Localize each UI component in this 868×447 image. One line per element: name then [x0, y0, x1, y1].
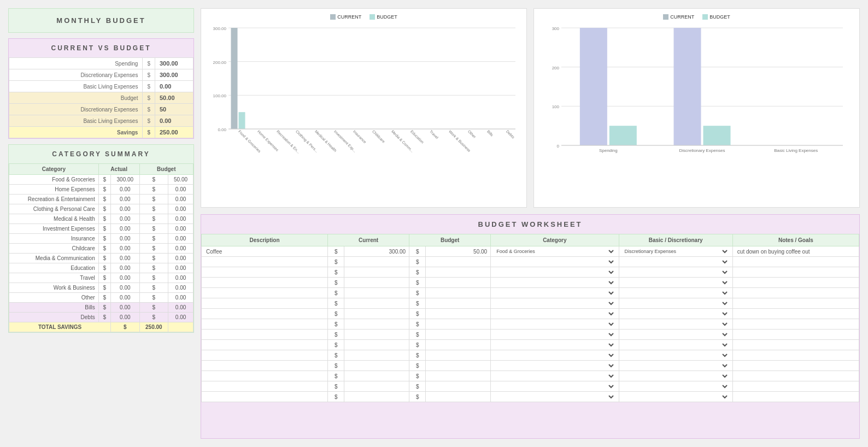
bw-category-select[interactable]: Food & GroceriesHome ExpensesRecreation …: [494, 269, 615, 275]
bw-disc-select[interactable]: Discretionary ExpensesBasic Living Expen…: [623, 269, 729, 275]
bw-basicdisc[interactable]: Discretionary ExpensesBasic Living Expen…: [619, 257, 732, 267]
bw-category-select[interactable]: Food & GroceriesHome ExpensesRecreation …: [494, 248, 615, 255]
bw-basicdisc[interactable]: Discretionary ExpensesBasic Living Expen…: [619, 381, 732, 392]
bw-budget[interactable]: [426, 340, 491, 350]
bw-current[interactable]: [344, 309, 409, 319]
bw-basicdisc[interactable]: Discretionary ExpensesBasic Living Expen…: [619, 340, 732, 350]
bw-category[interactable]: Food & GroceriesHome ExpensesRecreation …: [491, 278, 619, 288]
bw-budget[interactable]: [426, 309, 491, 319]
bw-notes[interactable]: [732, 350, 859, 361]
bw-category-select[interactable]: Food & GroceriesHome ExpensesRecreation …: [494, 279, 615, 286]
bw-category[interactable]: Food & GroceriesHome ExpensesRecreation …: [491, 267, 619, 278]
bw-disc-select[interactable]: Discretionary ExpensesBasic Living Expen…: [623, 258, 729, 265]
bw-basicdisc[interactable]: Discretionary ExpensesBasic Living Expen…: [619, 288, 732, 298]
bw-category-select[interactable]: Food & GroceriesHome ExpensesRecreation …: [494, 342, 615, 348]
bw-category-select[interactable]: Food & GroceriesHome ExpensesRecreation …: [494, 352, 615, 358]
bw-category-select[interactable]: Food & GroceriesHome ExpensesRecreation …: [494, 290, 615, 296]
bw-basicdisc[interactable]: Discretionary ExpensesBasic Living Expen…: [619, 361, 732, 371]
bw-current[interactable]: [344, 257, 409, 267]
bw-category-select[interactable]: Food & GroceriesHome ExpensesRecreation …: [494, 393, 615, 400]
bw-budget[interactable]: [426, 267, 491, 278]
bw-desc[interactable]: [202, 381, 328, 392]
bw-disc-select[interactable]: Discretionary ExpensesBasic Living Expen…: [623, 352, 729, 358]
bw-category[interactable]: Food & GroceriesHome ExpensesRecreation …: [491, 330, 619, 340]
bw-basicdisc[interactable]: Discretionary ExpensesBasic Living Expen…: [619, 330, 732, 340]
bw-notes[interactable]: [732, 257, 859, 267]
bw-disc-select[interactable]: Discretionary ExpensesBasic Living Expen…: [623, 373, 729, 379]
bw-current[interactable]: [344, 350, 409, 361]
bw-budget[interactable]: [426, 278, 491, 288]
bw-budget[interactable]: [426, 257, 491, 267]
bw-basicdisc[interactable]: Discretionary ExpensesBasic Living Expen…: [619, 371, 732, 381]
bw-budget[interactable]: [426, 330, 491, 340]
bw-disc-select[interactable]: Discretionary ExpensesBasic Living Expen…: [623, 362, 729, 369]
bw-desc[interactable]: [202, 371, 328, 381]
bw-category-select[interactable]: Food & GroceriesHome ExpensesRecreation …: [494, 383, 615, 390]
bw-notes[interactable]: [732, 381, 859, 392]
bw-disc-select[interactable]: Discretionary ExpensesBasic Living Expen…: [623, 331, 729, 338]
bw-budget[interactable]: [426, 246, 491, 257]
bw-current[interactable]: [344, 246, 409, 257]
bw-category[interactable]: Food & GroceriesHome ExpensesRecreation …: [491, 350, 619, 361]
bw-category[interactable]: Food & GroceriesHome ExpensesRecreation …: [491, 381, 619, 392]
bw-current[interactable]: [344, 361, 409, 371]
bw-category[interactable]: Food & GroceriesHome ExpensesRecreation …: [491, 309, 619, 319]
bw-disc-select[interactable]: Discretionary ExpensesBasic Living Expen…: [623, 321, 729, 327]
bw-category-select[interactable]: Food & GroceriesHome ExpensesRecreation …: [494, 362, 615, 369]
bw-current[interactable]: [344, 392, 409, 402]
bw-category[interactable]: Food & GroceriesHome ExpensesRecreation …: [491, 288, 619, 298]
bw-current[interactable]: [344, 267, 409, 278]
bw-desc[interactable]: [202, 257, 328, 267]
bw-category-select[interactable]: Food & GroceriesHome ExpensesRecreation …: [494, 310, 615, 317]
bw-current[interactable]: [344, 371, 409, 381]
bw-disc-select[interactable]: Discretionary ExpensesBasic Living Expen…: [623, 248, 729, 255]
bw-budget[interactable]: [426, 381, 491, 392]
bw-basicdisc[interactable]: Discretionary ExpensesBasic Living Expen…: [619, 309, 732, 319]
bw-disc-select[interactable]: Discretionary ExpensesBasic Living Expen…: [623, 342, 729, 348]
bw-category-select[interactable]: Food & GroceriesHome ExpensesRecreation …: [494, 258, 615, 265]
bw-category-select[interactable]: Food & GroceriesHome ExpensesRecreation …: [494, 321, 615, 327]
bw-budget[interactable]: [426, 350, 491, 361]
bw-current[interactable]: [344, 288, 409, 298]
bw-notes[interactable]: [732, 298, 859, 309]
bw-current[interactable]: [344, 319, 409, 330]
bw-notes[interactable]: [732, 361, 859, 371]
bw-category[interactable]: Food & GroceriesHome ExpensesRecreation …: [491, 298, 619, 309]
bw-basicdisc[interactable]: Discretionary ExpensesBasic Living Expen…: [619, 350, 732, 361]
bw-budget[interactable]: [426, 361, 491, 371]
bw-category[interactable]: Food & GroceriesHome ExpensesRecreation …: [491, 340, 619, 350]
bw-disc-select[interactable]: Discretionary ExpensesBasic Living Expen…: [623, 279, 729, 286]
bw-notes[interactable]: [732, 330, 859, 340]
bw-notes[interactable]: [732, 340, 859, 350]
bw-current[interactable]: [344, 298, 409, 309]
bw-desc[interactable]: [202, 392, 328, 402]
bw-category-select[interactable]: Food & GroceriesHome ExpensesRecreation …: [494, 373, 615, 379]
bw-desc[interactable]: [202, 278, 328, 288]
bw-notes[interactable]: [732, 309, 859, 319]
bw-basicdisc[interactable]: Discretionary ExpensesBasic Living Expen…: [619, 246, 732, 257]
bw-current[interactable]: [344, 381, 409, 392]
bw-desc[interactable]: [202, 298, 328, 309]
bw-notes[interactable]: [732, 288, 859, 298]
bw-basicdisc[interactable]: Discretionary ExpensesBasic Living Expen…: [619, 392, 732, 402]
bw-basicdisc[interactable]: Discretionary ExpensesBasic Living Expen…: [619, 298, 732, 309]
bw-desc[interactable]: [202, 246, 328, 257]
bw-notes[interactable]: [732, 246, 859, 257]
bw-desc[interactable]: [202, 309, 328, 319]
bw-notes[interactable]: [732, 392, 859, 402]
bw-desc[interactable]: [202, 330, 328, 340]
bw-desc[interactable]: [202, 288, 328, 298]
bw-desc[interactable]: [202, 340, 328, 350]
bw-disc-select[interactable]: Discretionary ExpensesBasic Living Expen…: [623, 383, 729, 390]
bw-basicdisc[interactable]: Discretionary ExpensesBasic Living Expen…: [619, 319, 732, 330]
bw-notes[interactable]: [732, 319, 859, 330]
bw-disc-select[interactable]: Discretionary ExpensesBasic Living Expen…: [623, 300, 729, 307]
bw-desc[interactable]: [202, 319, 328, 330]
bw-disc-select[interactable]: Discretionary ExpensesBasic Living Expen…: [623, 310, 729, 317]
bw-disc-select[interactable]: Discretionary ExpensesBasic Living Expen…: [623, 393, 729, 400]
bw-category[interactable]: Food & GroceriesHome ExpensesRecreation …: [491, 319, 619, 330]
bw-disc-select[interactable]: Discretionary ExpensesBasic Living Expen…: [623, 290, 729, 296]
bw-budget[interactable]: [426, 392, 491, 402]
bw-budget[interactable]: [426, 371, 491, 381]
bw-current[interactable]: [344, 330, 409, 340]
